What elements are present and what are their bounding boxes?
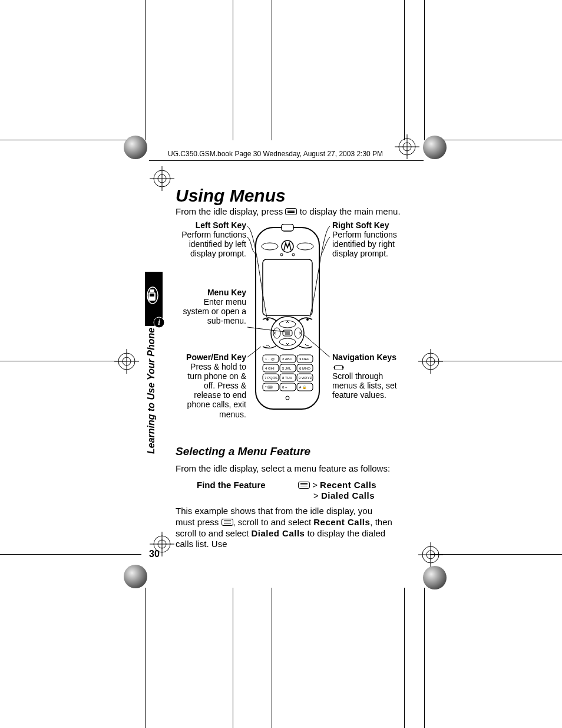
intro-pre: From the idle display, press — [176, 206, 285, 216]
svg-point-32 — [262, 243, 278, 250]
find-feature-value: > Recent Calls > Dialed Calls — [298, 480, 376, 501]
menu-key-icon — [298, 482, 310, 489]
callout-heading-text: Navigation Keys — [332, 353, 396, 362]
callout-menu-key: Menu Key Enter menu system or open a sub… — [176, 288, 246, 325]
svg-text:4 GHI: 4 GHI — [265, 367, 275, 370]
svg-text:i: i — [158, 318, 160, 327]
phone-diagram: 1 . .@ 2 ABC 3 DEF 4 GHI 5 JKL 6 MNO 7 P… — [176, 218, 394, 430]
svg-text:8 TUV: 8 TUV — [282, 376, 292, 380]
svg-text:3 DEF: 3 DEF — [299, 357, 309, 361]
intro-post: to display the main menu. — [297, 206, 400, 216]
callout-heading: Power/End Key — [176, 353, 246, 362]
para-explanation: This example shows that from the idle di… — [176, 506, 394, 550]
intro-paragraph: From the idle display, press to display … — [176, 206, 401, 217]
side-tab: i — [145, 272, 163, 326]
callout-right-soft-key: Right Soft Key Perform functions identif… — [332, 220, 397, 258]
phone-illustration: 1 . .@ 2 ABC 3 DEF 4 GHI 5 JKL 6 MNO 7 P… — [252, 224, 323, 413]
callout-heading: Menu Key — [176, 288, 246, 297]
menu-item: Recent Calls — [313, 517, 370, 527]
svg-rect-27 — [150, 294, 154, 297]
svg-text:9 WXYZ: 9 WXYZ — [299, 376, 312, 380]
svg-text:2 ABC: 2 ABC — [282, 357, 293, 361]
svg-text:5 JKL: 5 JKL — [282, 367, 292, 370]
page-title: Using Menus — [176, 186, 286, 206]
callout-heading: Navigation Keys — [332, 353, 397, 371]
svg-point-33 — [297, 243, 313, 250]
nav-keys-icon — [332, 364, 345, 371]
callout-body: Press & hold to turn phone on & off. Pre… — [176, 362, 246, 419]
callout-body: Enter menu system or open a sub-menu. — [176, 297, 246, 325]
callout-body: Perform functions identified by left dis… — [176, 230, 246, 258]
menu-key-icon — [285, 208, 297, 215]
sep: > — [313, 490, 321, 500]
callout-body: Perform functions identified by right di… — [332, 230, 397, 258]
svg-text:1 . .@: 1 . .@ — [265, 357, 275, 361]
callout-body: Scroll through menus & lists, set featur… — [332, 371, 397, 400]
svg-text:7 PQRS: 7 PQRS — [265, 376, 277, 380]
svg-rect-37 — [263, 259, 312, 315]
find-feature-label: Find the Feature — [197, 480, 266, 490]
svg-point-48 — [306, 318, 309, 321]
callout-power-end-key: Power/End Key Press & hold to turn phone… — [176, 353, 246, 419]
section-heading: Selecting a Menu Feature — [176, 445, 310, 458]
doc-header-rule — [149, 160, 424, 161]
menu-item: Recent Calls — [320, 480, 376, 490]
doc-header: UG.C350.GSM.book Page 30 Wednesday, Augu… — [168, 150, 383, 158]
menu-item: Dialed Calls — [251, 528, 305, 538]
svg-text:*  ⌨: * ⌨ — [265, 386, 273, 389]
svg-text:#  🔒: # 🔒 — [299, 385, 307, 390]
text: , scroll to and select — [233, 517, 314, 527]
svg-text:0  +: 0 + — [282, 386, 287, 389]
callout-left-soft-key: Left Soft Key Perform functions identifi… — [176, 220, 246, 258]
callout-navigation-keys: Navigation Keys Scroll through menus & l… — [332, 353, 397, 400]
menu-item: Dialed Calls — [321, 490, 375, 500]
para-follows: From the idle display, select a menu fea… — [176, 463, 394, 475]
svg-point-47 — [266, 318, 269, 321]
callout-heading: Left Soft Key — [176, 220, 246, 230]
svg-rect-25 — [150, 289, 154, 292]
menu-key-icon — [222, 519, 233, 526]
svg-rect-31 — [282, 224, 293, 231]
callout-heading: Right Soft Key — [332, 220, 397, 230]
svg-text:6 MNO: 6 MNO — [299, 367, 310, 370]
sep: > — [310, 480, 320, 490]
side-label: Learning to Use Your Phone — [146, 328, 157, 454]
page-number: 30 — [149, 549, 160, 559]
